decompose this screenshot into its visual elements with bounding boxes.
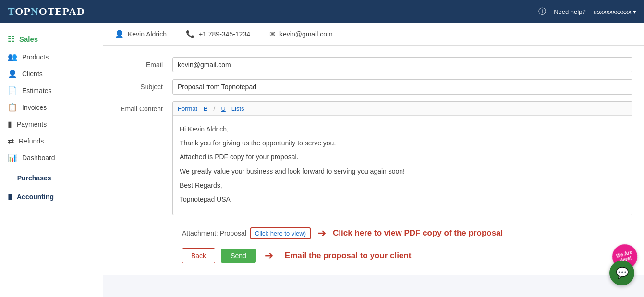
sidebar-purchases-header[interactable]: □ Purchases <box>0 169 103 187</box>
help-link[interactable]: Need help? <box>554 8 586 15</box>
sidebar-item-label: Payments <box>17 120 47 128</box>
sidebar-item-products[interactable]: 👥 Products <box>0 48 103 65</box>
client-name: Kevin Aldrich <box>128 30 167 38</box>
payments-icon: ▮ <box>8 119 12 129</box>
clients-icon: 👤 <box>8 69 17 78</box>
email-row: Email <box>115 57 632 72</box>
client-phone: +1 789-345-1234 <box>199 30 250 38</box>
sidebar-item-label: Dashboard <box>22 154 55 162</box>
sidebar-accounting-label: Accounting <box>17 193 54 201</box>
sidebar-item-payments[interactable]: ▮ Payments <box>0 116 103 132</box>
sidebar-item-invoices[interactable]: 📋 Invoices <box>0 99 103 116</box>
client-name-item: 👤 Kevin Aldrich <box>115 30 167 38</box>
body-line6: Topnotepad USA <box>180 193 625 205</box>
editor-toolbar: Format B / U Lists <box>173 102 632 116</box>
top-navigation: TOPNOTEPAD ⓘ Need help? usxxxxxxxxxx ▾ <box>0 0 644 23</box>
send-button[interactable]: Send <box>221 249 256 263</box>
phone-icon: 📞 <box>186 30 195 38</box>
invoices-icon: 📋 <box>8 103 17 112</box>
body-line4: We greatly value your business and look … <box>180 166 625 178</box>
subject-label: Subject <box>115 79 172 91</box>
body-line3: Attached is PDF copy for your proposal. <box>180 151 625 163</box>
subject-row: Subject <box>115 79 632 95</box>
attachment-label: Attachment: Proposal <box>182 229 246 237</box>
sidebar-item-refunds[interactable]: ⇄ Refunds <box>0 132 103 149</box>
format-btn[interactable]: Format <box>178 105 197 112</box>
client-email-item: ✉ kevin@gmail.com <box>269 30 333 38</box>
subject-input[interactable] <box>172 79 632 95</box>
attachment-row: Attachment: Proposal Click here to view)… <box>115 222 632 244</box>
editor-content[interactable]: Hi Kevin Aldrich, Thank you for giving u… <box>173 116 632 215</box>
logo-top: T <box>8 5 15 17</box>
sidebar-item-label: Invoices <box>22 104 47 111</box>
sidebar-item-estimates[interactable]: 📄 Estimates <box>0 82 103 99</box>
refunds-icon: ⇄ <box>8 136 14 145</box>
chat-icon: 💬 <box>616 267 629 279</box>
sidebar: ☷ Sales 👥 Products 👤 Clients 📄 Estimates… <box>0 23 103 297</box>
body-line5: Best Regards, <box>180 179 625 191</box>
body-line2: Thank you for giving us the opportunity … <box>180 137 625 149</box>
sidebar-sales-label: Sales <box>19 35 38 43</box>
help-icon: ⓘ <box>538 7 546 17</box>
client-bar: 👤 Kevin Aldrich 📞 +1 789-345-1234 ✉ kevi… <box>103 23 644 46</box>
underline-btn[interactable]: U <box>221 105 225 112</box>
client-email-display: kevin@gmail.com <box>279 30 333 38</box>
client-phone-item: 📞 +1 789-345-1234 <box>186 30 250 38</box>
nav-right: ⓘ Need help? usxxxxxxxxxx ▾ <box>538 7 636 17</box>
content-row: Email Content Format B / U Lists Hi Kevi… <box>115 101 632 215</box>
sidebar-item-label: Estimates <box>22 87 51 95</box>
pdf-annotation: Click here to view PDF copy of the propo… <box>333 228 503 238</box>
email-icon: ✉ <box>269 30 276 38</box>
editor-container: Format B / U Lists Hi Kevin Aldrich, Tha… <box>172 101 632 215</box>
purchases-icon: □ <box>8 174 12 182</box>
view-pdf-link[interactable]: Click here to view) <box>250 227 311 239</box>
content-label: Email Content <box>115 101 172 113</box>
main-content: 👤 Kevin Aldrich 📞 +1 789-345-1234 ✉ kevi… <box>103 23 644 297</box>
sidebar-item-label: Products <box>22 53 49 61</box>
back-button[interactable]: Back <box>182 248 215 263</box>
app-logo: TOPNOTEPAD <box>8 5 85 18</box>
sep1: / <box>214 105 216 112</box>
email-label: Email <box>115 57 172 69</box>
email-annotation: Email the proposal to your client <box>285 251 412 261</box>
logo-text: OP <box>15 5 31 17</box>
action-row: Back Send ➔ Email the proposal to your c… <box>115 244 632 267</box>
products-icon: 👥 <box>8 52 17 61</box>
email-input[interactable] <box>172 57 632 72</box>
sidebar-item-label: Clients <box>22 70 43 78</box>
accounting-icon: ▮ <box>8 192 12 201</box>
estimates-icon: 📄 <box>8 86 17 95</box>
sidebar-purchases-label: Purchases <box>17 174 51 182</box>
sidebar-item-clients[interactable]: 👤 Clients <box>0 65 103 82</box>
email-form: Email Subject Email Content Format B / U… <box>103 46 644 275</box>
sidebar-sales-header[interactable]: ☷ Sales <box>0 30 103 48</box>
logo-text2: OTEPAD <box>39 5 85 17</box>
sidebar-item-dashboard[interactable]: 📊 Dashboard <box>0 149 103 166</box>
sidebar-sales-section: ☷ Sales 👥 Products 👤 Clients 📄 Estimates… <box>0 27 103 169</box>
sales-icon: ☷ <box>8 35 14 44</box>
person-icon: 👤 <box>115 30 124 38</box>
lists-btn[interactable]: Lists <box>231 105 244 112</box>
app-layout: ☷ Sales 👥 Products 👤 Clients 📄 Estimates… <box>0 23 644 297</box>
logo-accent: N <box>31 5 39 17</box>
body-line1: Hi Kevin Aldrich, <box>180 123 625 135</box>
send-arrow-icon: ➔ <box>265 249 273 262</box>
bold-btn[interactable]: B <box>203 105 207 112</box>
arrow-icon: ➔ <box>317 227 326 239</box>
sidebar-item-label: Refunds <box>19 137 44 145</box>
chat-button[interactable]: 💬 <box>609 261 634 285</box>
user-menu[interactable]: usxxxxxxxxxx ▾ <box>594 8 636 15</box>
sidebar-accounting-header[interactable]: ▮ Accounting <box>0 187 103 206</box>
dashboard-icon: 📊 <box>8 153 17 162</box>
